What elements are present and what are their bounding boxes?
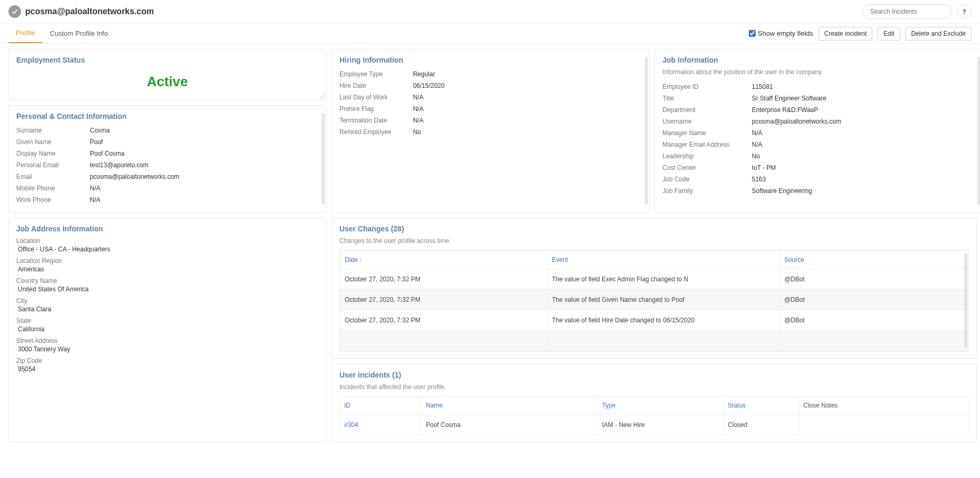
field-label: Employee Type	[339, 68, 413, 80]
page-title: pcosma@paloaltonetworks.com	[25, 7, 862, 16]
field-label: Job Code	[663, 174, 752, 185]
user-changes-desc: Changes to the user profile across time.	[339, 237, 969, 245]
col-id[interactable]: ID	[339, 396, 421, 415]
cell-source: @DBot	[780, 290, 968, 310]
incident-link[interactable]: #304	[344, 421, 358, 429]
cell-name: Poof Cosma	[421, 415, 597, 435]
field-label: Department	[663, 104, 752, 116]
col-status[interactable]: Status	[724, 396, 799, 415]
cell-event: The value of field Exec Admin Flag chang…	[548, 269, 780, 290]
field-value: Poof Cosma	[90, 148, 318, 159]
field-value: Enterprise R&D:FWaaP	[752, 104, 974, 116]
cell-source: @DBot	[780, 269, 968, 290]
create-incident-button[interactable]: Create incident	[819, 27, 873, 40]
tab-custom-profile-info[interactable]: Custom Profile Info	[43, 24, 116, 43]
field-value: Cosma	[90, 125, 318, 136]
table-row[interactable]: October 27, 2020, 7:32 PMThe value of fi…	[340, 269, 968, 290]
field-value: No	[413, 126, 642, 138]
table-row[interactable]	[340, 331, 968, 351]
field-value: Santa Clara	[16, 306, 318, 313]
field-label: Given Name	[16, 136, 90, 148]
personal-contact-title: Personal & Contact Information	[16, 112, 318, 120]
scrollbar[interactable]	[964, 253, 967, 348]
employment-status-value: Active	[16, 68, 318, 93]
search-input[interactable]	[862, 4, 952, 19]
field-label: Personal Email	[16, 159, 90, 171]
field-label: Username	[663, 116, 752, 127]
field-label: Manager Name	[663, 127, 752, 139]
col-type[interactable]: Type	[597, 396, 723, 415]
cell-notes	[799, 415, 968, 435]
scrollbar[interactable]	[322, 113, 325, 205]
field-label: Termination Date	[339, 115, 413, 126]
col-event[interactable]: Event	[548, 251, 780, 269]
field-value: United States Of America	[16, 286, 318, 293]
field-label: Street Address	[16, 337, 318, 344]
tab-bar: Profile Custom Profile Info Show empty f…	[0, 24, 980, 44]
field-label: Location	[16, 237, 318, 245]
job-address-title: Job Address Information	[16, 225, 318, 233]
job-information-card: Job Information Information about the po…	[655, 49, 980, 212]
field-value: N/A	[752, 139, 974, 150]
user-incidents-title: User incidents (1)	[339, 371, 969, 379]
field-label: Leadership	[663, 150, 752, 162]
resize-handle-icon[interactable]	[319, 93, 325, 98]
field-label: Job Family	[663, 185, 752, 197]
personal-contact-card: Personal & Contact Information SurnameCo…	[8, 105, 326, 212]
field-label: Zip Code	[16, 357, 318, 364]
field-label: Employee ID	[663, 81, 752, 93]
field-value: N/A	[90, 194, 318, 206]
cell-date: October 27, 2020, 7:32 PM	[340, 290, 547, 310]
show-empty-fields-toggle[interactable]: Show empty fields	[749, 29, 813, 37]
col-close-notes[interactable]: Close Notes	[799, 396, 968, 415]
col-source[interactable]: Source	[780, 251, 968, 269]
field-value: 95054	[16, 365, 318, 373]
table-row[interactable]: October 27, 2020, 7:32 PMThe value of fi…	[340, 290, 968, 310]
user-incidents-card: User incidents (1) Incidents that affect…	[332, 364, 977, 442]
field-value: IoT - PM	[752, 162, 974, 174]
field-value: 3000 Tannery Way	[16, 345, 318, 353]
hiring-information-title: Hiring Information	[339, 56, 642, 64]
tab-profile[interactable]: Profile	[8, 24, 43, 43]
cell-event: The value of field Given Name changed to…	[548, 290, 780, 310]
page-header: pcosma@paloaltonetworks.com ?	[0, 0, 980, 24]
cell-date: October 27, 2020, 7:32 PM	[340, 310, 547, 331]
field-value: N/A	[413, 91, 642, 103]
table-row[interactable]: #304 Poof Cosma IAM - New Hire Closed	[339, 415, 968, 435]
employment-status-title: Employment Status	[16, 56, 318, 64]
scrollbar[interactable]	[977, 57, 980, 205]
user-incidents-table: ID Name Type Status Close Notes #304 Poo…	[339, 396, 969, 435]
job-address-card: Job Address Information Location Office …	[8, 218, 326, 442]
field-value: No	[752, 150, 974, 162]
field-value: 115081	[752, 81, 974, 93]
cell-date: October 27, 2020, 7:32 PM	[340, 269, 547, 290]
hiring-information-card: Hiring Information Employee TypeRegular …	[332, 49, 649, 212]
field-label: Mobile Phone	[16, 182, 90, 194]
field-label: Hire Date	[339, 80, 413, 91]
table-row[interactable]: October 27, 2020, 7:32 PMThe value of fi…	[340, 310, 968, 331]
delete-exclude-button[interactable]: Delete and Exclude	[905, 27, 972, 40]
field-label: Title	[663, 93, 752, 104]
main-content: Employment Status Active Personal & Cont…	[0, 44, 980, 448]
show-empty-fields-checkbox[interactable]	[749, 30, 756, 37]
cell-type: IAM - New Hire	[597, 415, 723, 435]
scrollbar[interactable]	[645, 57, 648, 205]
help-button[interactable]: ?	[957, 4, 972, 19]
field-label: Country Name	[16, 277, 318, 284]
field-label: Prehire Flag	[339, 103, 413, 115]
col-date[interactable]: Date↓	[340, 251, 547, 269]
field-label: Last Day of Work	[339, 91, 413, 103]
field-label: Rehired Employee	[339, 126, 413, 138]
cell-status: Closed	[724, 415, 799, 435]
field-label: Work Phone	[16, 194, 90, 206]
field-value: N/A	[752, 127, 974, 139]
job-information-desc: Information about the position of the us…	[663, 68, 974, 76]
user-changes-table: Date↓ Event Source October 27, 2020, 7:3…	[340, 250, 968, 351]
edit-button[interactable]: Edit	[878, 27, 900, 40]
field-label: Location Region	[16, 257, 318, 265]
field-value: 5163	[752, 174, 974, 185]
app-icon	[8, 5, 21, 18]
field-value: 06/15/2020	[413, 80, 642, 91]
field-value: California	[16, 326, 318, 333]
col-name[interactable]: Name	[421, 396, 597, 415]
